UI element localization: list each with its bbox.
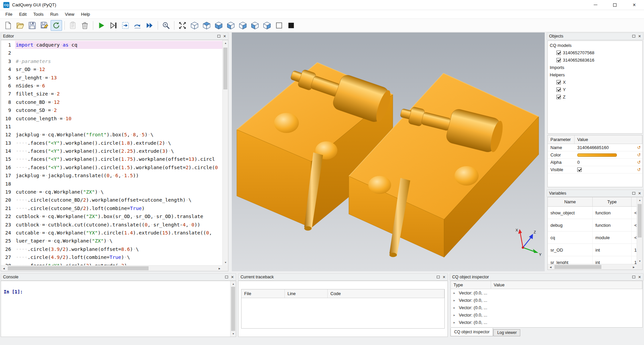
code-line[interactable]: 5sr_lenght·=·13: [1, 74, 222, 82]
continue-button[interactable]: [144, 20, 155, 31]
float-panel-icon[interactable]: [632, 276, 635, 278]
code-line[interactable]: 1import·cadquery·as·cq: [1, 41, 222, 49]
save-button[interactable]: [26, 20, 38, 31]
save-as-button[interactable]: [39, 20, 50, 31]
reload-code-button[interactable]: [51, 20, 62, 31]
code-line[interactable]: 15····.faces("<Y").workplane().circle(1.…: [1, 155, 222, 163]
code-line[interactable]: 20····.circle(cutcone_BD/2).workplane(of…: [1, 196, 222, 204]
variable-row-sr_OD[interactable]: sr_ODint12: [548, 244, 642, 256]
scroll-up-button[interactable]: ▲: [230, 281, 236, 287]
reset-icon[interactable]: ↺: [636, 145, 642, 150]
reset-icon[interactable]: ↺: [636, 160, 642, 165]
tree-item-3140652707568[interactable]: 3140652707568: [548, 49, 642, 56]
code-line[interactable]: 2: [1, 49, 222, 57]
code-line[interactable]: 19cutcone·=·cq.Workplane("ZX")·\: [1, 188, 222, 196]
variable-row-debug[interactable]: debugfunction<f: [548, 219, 642, 231]
checkbox[interactable]: [556, 51, 561, 55]
scroll-up-button[interactable]: ▲: [637, 197, 643, 203]
scroll-right-button[interactable]: ▶: [631, 264, 637, 270]
console-input-area[interactable]: In [1]: ▲ ▼: [1, 281, 236, 337]
code-line[interactable]: 4sr_OD·=·12: [1, 65, 222, 73]
editor-horizontal-scrollbar[interactable]: ◀ ▶: [1, 265, 222, 271]
view-iso-button[interactable]: [189, 20, 200, 31]
inspector-row[interactable]: ▸Vector: (0.0, ...: [451, 319, 642, 326]
variable-row-cq[interactable]: cqmodule<m: [548, 231, 642, 244]
code-line[interactable]: 13····.faces("<Y").workplane().circle(1.…: [1, 139, 222, 147]
code-line[interactable]: 18: [1, 180, 222, 188]
code-line[interactable]: 21····.circle(cutcone_SD/2).loft(combine…: [1, 204, 222, 212]
scroll-down-button[interactable]: ▼: [230, 331, 236, 337]
close-panel-icon[interactable]: ×: [638, 275, 641, 279]
checkbox[interactable]: [556, 95, 561, 99]
code-line[interactable]: 3#·parameters: [1, 57, 222, 65]
close-panel-icon[interactable]: ×: [223, 34, 226, 39]
view-left-button[interactable]: [249, 20, 261, 31]
inspector-row[interactable]: ▸Vector: (0.0, ...: [451, 311, 642, 319]
splitter-editor-viewport[interactable]: [228, 32, 232, 271]
tree-item-helpers[interactable]: Helpers: [548, 71, 642, 78]
property-value[interactable]: [575, 153, 636, 157]
code-line[interactable]: 17jackplug·=·jackplug.translate((0,·6,·1…: [1, 171, 222, 180]
code-line[interactable]: 23cutblock·=·cutblock.cut(cutcone).trans…: [1, 221, 222, 229]
code-line[interactable]: 22cutblock·=·cq.Workplane("ZX").box(sr_O…: [1, 212, 222, 220]
viewport-3d[interactable]: X Z Y: [232, 32, 545, 271]
delete-button[interactable]: [79, 20, 91, 31]
close-panel-icon[interactable]: ×: [231, 275, 234, 279]
close-panel-icon[interactable]: ×: [443, 275, 445, 279]
new-file-button[interactable]: [2, 20, 14, 31]
expand-arrow-icon[interactable]: ▸: [453, 298, 459, 302]
scrollbar-thumb[interactable]: [231, 287, 235, 331]
code-line[interactable]: 12jackplug·=·cq.Workplane("front").box(5…: [1, 131, 222, 139]
scroll-up-button[interactable]: ▲: [223, 40, 228, 46]
view-bottom-button[interactable]: [213, 20, 224, 31]
code-line[interactable]: 8cutcone_BD·=·12: [1, 98, 222, 106]
view-back-button[interactable]: [237, 20, 249, 31]
console-vertical-scrollbar[interactable]: ▲ ▼: [230, 281, 236, 337]
code-line[interactable]: 25luer_taper·=·cq.Workplane("ZX")·\: [1, 237, 222, 245]
code-line[interactable]: 28····.faces("<Y").circle(3).extrude(-3): [1, 262, 222, 265]
menu-help[interactable]: Help: [78, 10, 94, 18]
open-file-button[interactable]: [14, 20, 26, 31]
code-line[interactable]: 26····.circle(3.9/2).workplane(offset=8.…: [1, 245, 222, 253]
code-line[interactable]: 16····.faces("<Y").workplane().circle(1.…: [1, 163, 222, 171]
float-panel-icon[interactable]: [437, 276, 440, 278]
float-panel-icon[interactable]: [632, 35, 635, 38]
menu-run[interactable]: Run: [47, 10, 62, 18]
reset-icon[interactable]: ↺: [636, 167, 642, 172]
expand-arrow-icon[interactable]: ▸: [453, 291, 459, 295]
scroll-down-button[interactable]: ▼: [637, 258, 643, 264]
scrollbar-thumb[interactable]: [223, 48, 227, 89]
view-top-button[interactable]: [201, 20, 212, 31]
variables-horizontal-scrollbar[interactable]: ◀ ▶: [548, 264, 637, 270]
code-area[interactable]: 1import·cadquery·as·cq23#·parameters4sr_…: [1, 40, 222, 265]
expand-arrow-icon[interactable]: ▸: [453, 306, 459, 309]
expand-arrow-icon[interactable]: ▸: [453, 313, 459, 317]
render-button[interactable]: [96, 20, 107, 31]
zoom-fit-button[interactable]: [160, 20, 172, 31]
debug-button[interactable]: [108, 20, 119, 31]
step-over-button[interactable]: [132, 20, 143, 31]
tree-item-imports[interactable]: Imports: [548, 64, 642, 71]
tree-item-cq-models[interactable]: CQ models: [548, 42, 642, 49]
code-line[interactable]: 27····.circle(4.9/2).loft(combine=True)·…: [1, 253, 222, 261]
maximize-button[interactable]: [605, 0, 625, 10]
code-line[interactable]: 6nSides·=·6: [1, 82, 222, 90]
float-panel-icon[interactable]: [217, 35, 220, 38]
scroll-down-button[interactable]: ▼: [223, 260, 228, 265]
reset-icon[interactable]: ↺: [636, 152, 642, 157]
view-front-button[interactable]: [225, 20, 236, 31]
checkbox[interactable]: [556, 58, 561, 62]
property-value[interactable]: [575, 167, 636, 172]
float-panel-icon[interactable]: [632, 192, 635, 195]
inspector-row[interactable]: ▸Vector: (0.0, ...: [451, 289, 642, 296]
inspector-row[interactable]: ▸Vector: (0.0, ...: [451, 296, 642, 304]
editor-vertical-scrollbar[interactable]: ▲ ▼: [222, 40, 228, 265]
shaded-mode-button[interactable]: [285, 20, 297, 31]
menu-file[interactable]: File: [2, 10, 16, 18]
tree-item-x[interactable]: X: [548, 78, 642, 86]
code-line[interactable]: 14····.faces("<Y").workplane().circle(2.…: [1, 147, 222, 155]
step-into-button[interactable]: [120, 20, 131, 31]
inspector-row[interactable]: ▸Vector: (0.0, ...: [451, 304, 642, 311]
close-button[interactable]: ×: [625, 0, 644, 10]
scrollbar-thumb[interactable]: [554, 265, 601, 269]
